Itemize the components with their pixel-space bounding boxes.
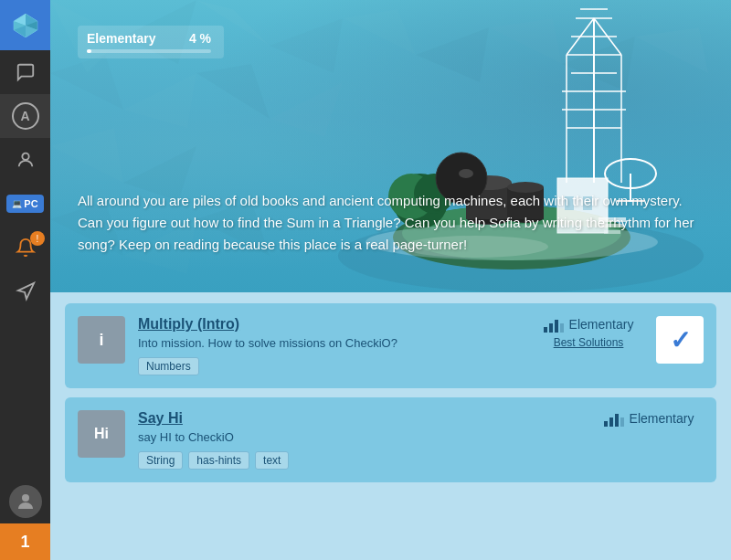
tag-numbers[interactable]: Numbers	[138, 357, 199, 375]
bar4	[560, 323, 564, 333]
mission-completed-check: ✓	[656, 316, 704, 364]
notification-badge: !	[30, 231, 45, 246]
mission-tags-multiply: Numbers	[138, 357, 521, 375]
megaphone-sidebar-button[interactable]	[0, 269, 50, 313]
difficulty-icon-say-hi	[604, 410, 624, 427]
logo-button[interactable]	[0, 0, 50, 50]
bar1	[604, 421, 608, 427]
mission-tags-say-hi: String has-hints text	[138, 451, 581, 470]
level-number[interactable]: 1	[0, 523, 50, 560]
user-sidebar-button[interactable]: A	[0, 94, 50, 138]
mission-title-multiply[interactable]: Multiply (Intro)	[138, 316, 521, 333]
mission-meta-say-hi: Elementary	[594, 410, 704, 427]
bar4	[620, 417, 624, 427]
profile-sidebar-button[interactable]	[0, 138, 50, 182]
tag-text[interactable]: text	[255, 451, 289, 470]
progress-percent: 4 %	[189, 31, 211, 46]
progress-track	[87, 49, 211, 53]
progress-fill	[87, 49, 91, 53]
mission-icon-multiply: i	[78, 316, 125, 364]
chat-sidebar-button[interactable]	[0, 50, 50, 94]
mission-difficulty-multiply: Elementary	[544, 316, 634, 333]
check-icon: ✓	[670, 325, 691, 355]
progress-label: Elementary 4 %	[87, 31, 211, 46]
bar3	[555, 320, 558, 333]
mission-meta-multiply: Elementary Best Solutions	[534, 316, 643, 349]
mission-desc-say-hi: say HI to CheckiO	[138, 430, 581, 444]
svg-marker-19	[123, 73, 196, 128]
avatar-button[interactable]	[0, 480, 50, 523]
mission-card-multiply: i Multiply (Intro) Into mission. How to …	[65, 303, 716, 388]
sidebar: A 💻 PC !	[0, 0, 50, 560]
progress-container: Elementary 4 %	[78, 26, 224, 58]
bar1	[544, 327, 547, 333]
hero-description: All around you are piles of old books an…	[78, 190, 704, 256]
mission-info-say-hi: Say Hi say HI to CheckiO String has-hint…	[138, 410, 581, 470]
svg-marker-20	[196, 64, 270, 119]
svg-marker-18	[50, 55, 123, 110]
main-content: Elementary 4 % All around you are piles …	[50, 0, 731, 560]
svg-marker-22	[50, 128, 123, 183]
hero-section: Elementary 4 % All around you are piles …	[50, 0, 731, 292]
difficulty-icon-multiply	[544, 316, 564, 333]
bar2	[609, 417, 613, 427]
svg-point-8	[22, 494, 29, 502]
mission-icon-say-hi: Hi	[78, 410, 125, 458]
bell-sidebar-button[interactable]: !	[0, 226, 50, 269]
ide-sidebar-button[interactable]: 💻 PC	[0, 182, 50, 226]
tag-string[interactable]: String	[138, 451, 183, 470]
sidebar-bottom: 1	[0, 480, 50, 560]
avatar	[9, 485, 42, 518]
mission-desc-multiply: Into mission. How to solve missions on C…	[138, 336, 521, 350]
level-text: Elementary	[87, 31, 155, 46]
best-solutions-link[interactable]: Best Solutions	[554, 336, 624, 349]
mission-title-say-hi[interactable]: Say Hi	[138, 410, 581, 427]
mission-difficulty-say-hi: Elementary	[604, 410, 694, 427]
mission-info-multiply: Multiply (Intro) Into mission. How to so…	[138, 316, 521, 375]
bar3	[615, 414, 619, 427]
tag-has-hints[interactable]: has-hints	[188, 451, 249, 470]
mission-card-say-hi: Hi Say Hi say HI to CheckiO String has-h…	[65, 397, 716, 482]
bar2	[549, 323, 553, 333]
svg-point-7	[22, 153, 28, 160]
mission-list: i Multiply (Intro) Into mission. How to …	[50, 292, 731, 560]
svg-point-56	[459, 169, 473, 178]
